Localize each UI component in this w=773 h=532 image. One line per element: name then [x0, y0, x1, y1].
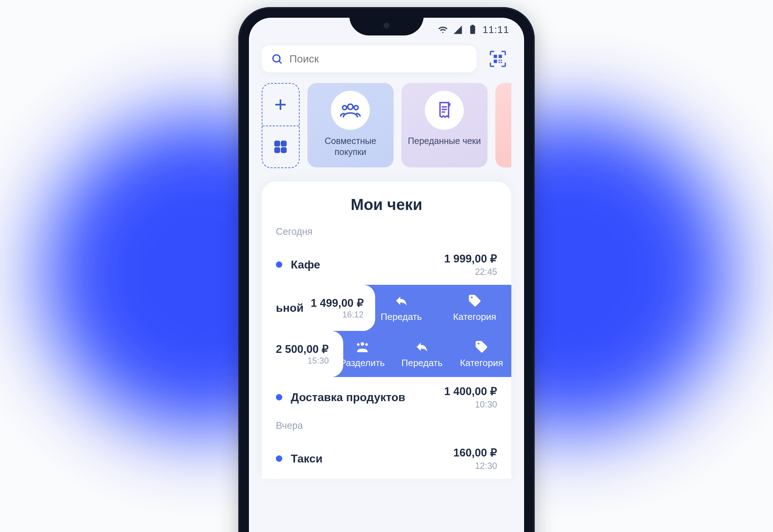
battery-icon [468, 25, 478, 35]
svg-rect-15 [275, 148, 280, 153]
category-dot [276, 261, 282, 268]
receipt-amount: 2 500,00 ₽ [276, 343, 329, 356]
receipt-time: 12:30 [454, 461, 497, 471]
receipt-amount: 1 499,00 ₽ [311, 297, 363, 310]
svg-rect-0 [470, 26, 475, 34]
receipt-amount: 160,00 ₽ [454, 446, 497, 459]
search-field[interactable] [262, 45, 477, 72]
tag-icon [468, 294, 482, 308]
receipt-row[interactable]: Кафе 1 999,00 ₽ 22:45 [262, 244, 511, 285]
app-screen: 11:11 [249, 18, 524, 532]
category-dot [276, 455, 282, 462]
svg-point-25 [365, 343, 368, 345]
group-icon [355, 340, 369, 354]
receipt-name-tail: ьной [276, 301, 304, 315]
qr-scan-button[interactable] [484, 45, 511, 72]
svg-point-2 [273, 55, 280, 62]
tile-forwarded-receipts[interactable]: Переданные чеки [401, 83, 488, 167]
phone-mockup: 11:11 [238, 0, 535, 532]
tag-icon [474, 340, 489, 354]
receipt-time: 16:12 [311, 310, 363, 320]
swipe-actions: Разделить Передать Категория [333, 331, 511, 377]
svg-rect-5 [499, 55, 502, 58]
search-icon [271, 53, 283, 65]
svg-point-19 [354, 106, 358, 110]
receipts-card: Мои чеки Сегодня Кафе 1 999,00 ₽ 22:45 [262, 182, 511, 479]
receipt-time: 22:45 [444, 267, 497, 277]
receipt-name: Кафе [291, 258, 444, 271]
receipt-row[interactable]: Такси 160,00 ₽ 12:30 [262, 438, 511, 479]
receipt-name: Такси [291, 452, 454, 465]
plus-icon [273, 97, 288, 112]
tile-add-widgets[interactable] [262, 83, 300, 168]
date-label-today: Сегодня [262, 223, 511, 244]
action-forward[interactable]: Передать [392, 340, 452, 368]
wifi-icon [438, 25, 448, 35]
receipts-title: Мои чеки [262, 196, 511, 214]
add-tile-button[interactable] [262, 84, 299, 126]
receipt-row[interactable]: Доставка продуктов 1 400,00 ₽ 10:30 [262, 377, 511, 417]
group-icon [331, 91, 370, 130]
svg-rect-14 [281, 141, 287, 146]
receipt-time: 15:30 [276, 356, 329, 366]
widgets-tile-button[interactable] [262, 126, 299, 167]
receipt-icon [425, 91, 464, 130]
grid-icon [273, 139, 288, 155]
svg-line-3 [279, 61, 282, 63]
quick-tiles: Совместные покупки Переданные чеки [249, 81, 524, 179]
signal-icon [453, 25, 463, 35]
svg-point-24 [357, 343, 360, 345]
reply-icon [394, 294, 408, 308]
svg-point-23 [361, 342, 364, 345]
action-category[interactable]: Категория [445, 294, 505, 322]
receipt-time: 10:30 [444, 399, 497, 410]
action-forward[interactable]: Передать [371, 294, 432, 322]
receipt-row-swiped[interactable]: Разделить Передать Категория [262, 331, 511, 377]
svg-rect-7 [499, 60, 500, 61]
category-dot [276, 394, 282, 400]
swipe-actions: Передать Категория [365, 285, 511, 331]
tile-label: Переданные чеки [408, 135, 481, 146]
receipt-amount: 1 400,00 ₽ [444, 385, 497, 398]
status-time: 11:11 [483, 24, 509, 35]
tile-partial[interactable] [495, 83, 511, 167]
svg-rect-4 [494, 55, 497, 58]
receipt-row-swiped[interactable]: Передать Категория ьной 1 499,00 ₽ 16:12 [262, 285, 511, 331]
svg-rect-6 [494, 60, 497, 63]
action-category[interactable]: Категория [452, 340, 511, 368]
svg-point-18 [343, 106, 347, 110]
tile-shared-purchases[interactable]: Совместные покупки [307, 83, 394, 167]
svg-point-17 [348, 104, 353, 110]
phone-notch [349, 18, 424, 35]
receipt-amount: 1 999,00 ₽ [444, 252, 497, 265]
svg-rect-10 [501, 62, 502, 63]
reply-icon [415, 340, 429, 354]
svg-rect-8 [501, 60, 502, 61]
svg-rect-1 [471, 25, 474, 26]
tile-label: Совместные покупки [313, 135, 388, 158]
svg-rect-9 [499, 62, 500, 63]
receipt-name: Доставка продуктов [291, 391, 444, 404]
date-label-yesterday: Вчера [262, 417, 511, 438]
svg-rect-13 [275, 141, 280, 146]
search-input[interactable] [289, 53, 467, 65]
svg-rect-16 [281, 148, 287, 153]
